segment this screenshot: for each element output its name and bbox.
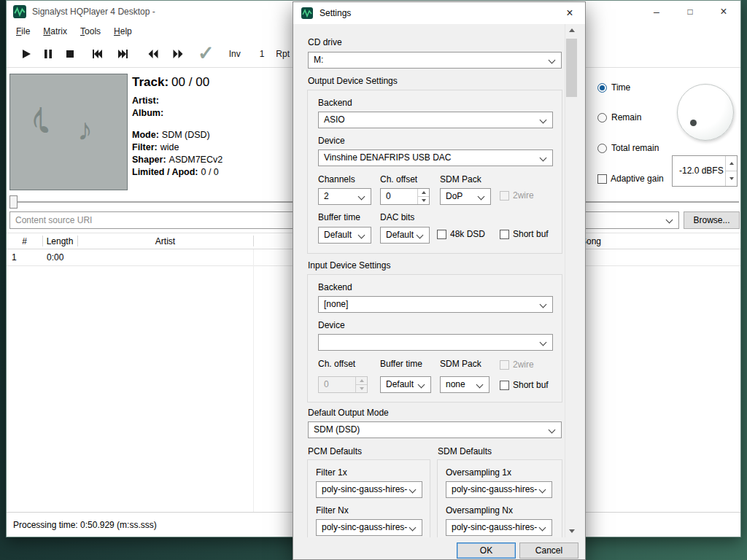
track-info: Track:00 / 00 Artist: Album: Mode:SDM (D…	[132, 75, 293, 179]
spinner-buttons	[417, 189, 429, 204]
arrow-up-icon	[422, 191, 426, 194]
menu-matrix[interactable]: Matrix	[36, 24, 74, 39]
rewind-button[interactable]	[141, 43, 166, 65]
volume-down-button[interactable]	[726, 171, 737, 186]
input-device-select[interactable]	[318, 334, 553, 351]
volume-knob[interactable]	[677, 84, 734, 141]
rewind-icon	[146, 48, 160, 60]
scroll-down-button[interactable]	[565, 525, 578, 537]
output-dac-bits-select[interactable]: Default	[380, 227, 430, 244]
cancel-button[interactable]: Cancel	[519, 542, 578, 559]
output-sdm-pack-select[interactable]: DoP	[440, 188, 491, 205]
row-number-cell: 1	[12, 249, 17, 265]
spin-up-button	[356, 377, 367, 384]
arrow-down-icon	[360, 387, 364, 390]
output-short-buf-checkbox[interactable]: Short buf	[500, 229, 549, 239]
time-radio[interactable]: Time	[597, 82, 630, 93]
play-button[interactable]	[15, 43, 37, 65]
repeat-button[interactable]: Rpt	[271, 46, 294, 62]
pcm-filter-nx-label: Filter Nx	[316, 505, 349, 516]
track-counter: Track:00 / 00	[132, 75, 293, 90]
limited-apod-line: Limited / Apod:0 / 0	[132, 166, 293, 179]
skip-start-button[interactable]	[85, 43, 110, 65]
arrow-down-icon	[422, 199, 426, 202]
output-backend-select[interactable]: ASIO	[318, 112, 553, 128]
minimize-button[interactable]: –	[640, 1, 673, 23]
dialog-close-button[interactable]: ×	[554, 2, 585, 24]
output-ch-offset-label: Ch. offset	[380, 174, 417, 184]
volume-value: -12.0 dBFS	[673, 156, 725, 186]
knob-indicator-dot	[690, 120, 697, 126]
pause-button[interactable]	[37, 43, 59, 65]
output-buffer-time-select[interactable]: Default	[318, 227, 371, 244]
close-icon: ×	[720, 5, 727, 18]
output-device-label: Device	[318, 136, 345, 146]
checkbox-icon	[500, 360, 509, 370]
adaptive-gain-checkbox[interactable]: Adaptive gain	[597, 174, 664, 184]
input-buffer-time-select[interactable]: Default	[380, 376, 431, 393]
close-button[interactable]: ×	[707, 1, 740, 23]
output-channels-select[interactable]: 2	[318, 188, 371, 205]
menu-help[interactable]: Help	[107, 24, 139, 39]
dialog-titlebar: Settings ×	[293, 2, 585, 24]
radio-icon	[597, 113, 607, 122]
sdm-oversampling-1x-select[interactable]: poly-sinc-gauss-hires-	[446, 481, 552, 498]
invert-button[interactable]: Inv	[225, 46, 245, 62]
column-header-number[interactable]: #	[7, 233, 42, 249]
input-backend-select[interactable]: [none]	[318, 296, 553, 313]
skip-end-button[interactable]	[110, 43, 135, 65]
sdm-oversampling-nx-select[interactable]: poly-sinc-gauss-hires-	[446, 519, 552, 536]
app-logo-icon	[13, 5, 26, 18]
skip-end-icon	[115, 48, 130, 60]
output-dac-bits-label: DAC bits	[380, 212, 414, 222]
checkbox-icon	[597, 174, 607, 184]
total-remain-radio[interactable]: Total remain	[597, 143, 659, 153]
sdm-oversampling-nx-label: Oversampling Nx	[446, 505, 513, 516]
output-device-select[interactable]: Vinshine DENAFRIPS USB DAC	[318, 149, 553, 166]
dialog-scrollbar[interactable]	[565, 24, 577, 537]
cd-drive-label: CD drive	[308, 37, 342, 47]
status-check-icon: ✓	[198, 44, 214, 63]
cd-drive-select[interactable]: M:	[308, 52, 562, 69]
play-icon	[20, 48, 32, 60]
arrow-up-icon	[360, 379, 364, 382]
volume-spinbox[interactable]: -12.0 dBFS	[672, 155, 738, 187]
skip-start-icon	[90, 48, 105, 60]
spinner-buttons	[725, 156, 737, 186]
input-short-buf-checkbox[interactable]: Short buf	[500, 380, 549, 390]
output-ch-offset-spinner[interactable]: 0	[380, 188, 430, 205]
pcm-filter-nx-select[interactable]: poly-sinc-gauss-hires-	[316, 519, 422, 536]
output-48k-dsd-checkbox[interactable]: 48k DSD	[437, 229, 485, 239]
settings-dialog-icon	[301, 7, 313, 19]
fast-forward-button[interactable]	[166, 43, 190, 65]
output-2wire-checkbox: 2wire	[500, 190, 534, 201]
browse-button[interactable]: Browse...	[684, 211, 740, 229]
fast-forward-icon	[171, 48, 185, 60]
spin-down-button[interactable]	[418, 196, 429, 204]
pcm-defaults-label: PCM Defaults	[308, 446, 362, 456]
remain-radio[interactable]: Remain	[597, 112, 641, 122]
input-sdm-pack-select[interactable]: none	[440, 376, 489, 393]
column-header-length[interactable]: Length	[42, 233, 77, 249]
menu-file[interactable]: File	[9, 24, 36, 39]
pcm-filter-1x-select[interactable]: poly-sinc-gauss-hires-	[316, 481, 422, 498]
maximize-button[interactable]: □	[673, 1, 707, 23]
arrow-up-icon	[569, 28, 575, 32]
volume-up-button[interactable]	[726, 156, 737, 171]
output-buffer-time-label: Buffer time	[318, 212, 360, 222]
output-backend-label: Backend	[318, 98, 352, 108]
window-controls: – □ ×	[640, 1, 740, 23]
default-output-mode-select[interactable]: SDM (DSD)	[308, 421, 562, 438]
scroll-up-button[interactable]	[565, 24, 578, 36]
arrow-up-icon	[729, 162, 734, 165]
ok-button[interactable]: OK	[457, 542, 516, 559]
spin-up-button[interactable]	[418, 189, 429, 196]
scroll-thumb[interactable]	[566, 39, 577, 97]
seek-handle[interactable]	[9, 195, 18, 209]
mode-line: Mode:SDM (DSD)	[132, 129, 293, 141]
menu-tools[interactable]: Tools	[74, 24, 107, 39]
music-note-icon: ♪	[77, 112, 93, 147]
sdm-oversampling-1x-label: Oversampling 1x	[446, 467, 511, 478]
stop-button[interactable]	[59, 43, 81, 65]
column-header-artist[interactable]: Artist	[77, 233, 253, 249]
